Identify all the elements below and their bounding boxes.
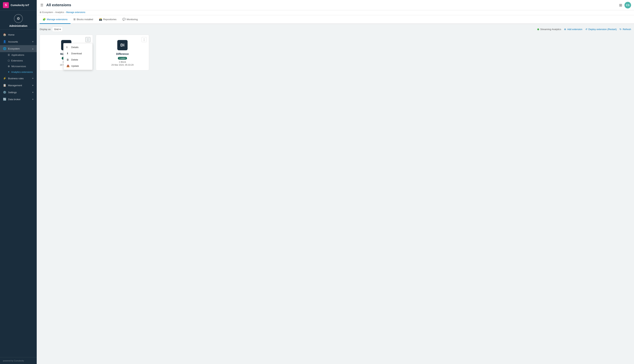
tab-monitoring[interactable]: 💬 Monitoring: [120, 15, 141, 24]
extension-card-difference[interactable]: ⋮ Di Difference Loaded 1 Block 29 Mar 20…: [96, 35, 149, 70]
sidebar-item-label: Home: [8, 34, 34, 36]
extensions-grid: ⋮ Ma MathOper Loaded 1 Block 19 Mar 2024…: [40, 35, 631, 70]
breadcrumb-link-analytics[interactable]: Analytics: [55, 11, 64, 14]
puzzle-icon: 🧩: [43, 18, 46, 21]
sidebar-sub-label: Analytics extensions: [11, 71, 33, 74]
info-icon: ℹ: [67, 46, 69, 48]
chevron-down-icon: ▼: [32, 98, 34, 100]
extension-badge-difference: Loaded: [118, 57, 127, 60]
refresh-icon: ↻: [619, 28, 621, 31]
context-menu-download[interactable]: ⬇ Download: [64, 50, 93, 56]
ecosystem-icon: 🌐: [3, 47, 6, 50]
analytics-icon: ✦: [8, 71, 10, 74]
tab-label: Blocks installed: [77, 18, 93, 21]
sidebar-sub-label: Extensions: [11, 59, 23, 62]
sidebar-nav: 🏠 Home 👤 Accounts ▼ 🌐 Ecosystem ▲ ☰ Appl…: [0, 30, 37, 357]
applications-icon: ☰: [8, 54, 10, 56]
sidebar-item-label: Business rules: [8, 77, 30, 80]
sidebar-item-accounts[interactable]: 👤 Accounts ▼: [0, 38, 37, 45]
status-label: Streaming Analytics: [540, 28, 561, 31]
deploy-icon: ↺: [585, 28, 587, 31]
breadcrumb-link-ecosystem[interactable]: Ecosystem: [42, 11, 53, 14]
display-select[interactable]: Grid ▾: [52, 27, 63, 32]
breadcrumb-icon: ⊞: [40, 11, 42, 14]
extension-date: 29 Mar 2024, 05:33:29: [111, 64, 134, 66]
context-menu-label: Download: [71, 52, 82, 55]
tab-manage-extensions[interactable]: 🧩 Manage extensions: [40, 15, 71, 24]
sidebar-item-home[interactable]: 🏠 Home: [0, 31, 37, 38]
grid-icon[interactable]: ⊞: [619, 3, 622, 7]
sidebar-item-applications[interactable]: ☰ Applications: [0, 52, 37, 58]
home-icon: 🏠: [3, 33, 6, 36]
repositories-icon: 🗃️: [99, 18, 102, 21]
ecosystem-subnav: ☰ Applications ⬡ Extensions ⚙ Microservi…: [0, 52, 37, 75]
settings-icon: ⚙️: [3, 91, 6, 94]
chevron-down-icon: ▼: [32, 84, 34, 86]
topbar: ☰ All extensions ⊞ CS: [37, 0, 634, 10]
monitoring-icon: 💬: [123, 18, 126, 21]
sidebar-item-data-broker[interactable]: 🔄 Data broker ▼: [0, 96, 37, 103]
sidebar-item-analytics-extensions[interactable]: ✦ Analytics extensions: [0, 69, 37, 75]
sidebar-admin-section: ⚙ Administration: [0, 10, 37, 30]
context-menu-delete[interactable]: 🗑 Delete: [64, 56, 93, 63]
card-menu-button-difference[interactable]: ⋮: [142, 37, 147, 42]
chevron-up-icon: ▲: [32, 48, 34, 50]
tab-label: Manage extensions: [47, 18, 68, 21]
sidebar-item-ecosystem[interactable]: 🌐 Ecosystem ▲: [0, 45, 37, 52]
block-count: 1 Block: [111, 61, 134, 63]
sidebar-item-business-rules[interactable]: ⚡ Business rules ▼: [0, 75, 37, 82]
breadcrumb: ⊞ Ecosystem › Analytics › Manage extensi…: [37, 10, 634, 15]
download-icon: ⬇: [67, 52, 69, 55]
tab-label: Repositories: [103, 18, 116, 21]
context-menu: ℹ Details ⬇ Download 🗑 Delete 📥 Update: [63, 43, 93, 70]
sidebar: S Cumulocity IoT ⚙ Administration 🏠 Home…: [0, 0, 37, 364]
data-broker-icon: 🔄: [3, 98, 6, 101]
status-indicator: Streaming Analytics: [537, 28, 561, 31]
sidebar-header: S Cumulocity IoT: [0, 0, 37, 10]
card-content: Di Difference Loaded 1 Block 29 Mar 2024…: [100, 38, 145, 66]
sidebar-item-extensions[interactable]: ⬡ Extensions: [0, 58, 37, 64]
topbar-actions: ⊞ CS: [619, 2, 631, 8]
tab-blocks-installed[interactable]: ⊞ Blocks installed: [71, 15, 96, 24]
extension-name-difference: Difference: [116, 52, 129, 56]
deploy-extension-button[interactable]: ↺ Deploy extension (Restart): [585, 28, 617, 31]
context-menu-update[interactable]: 📥 Update: [64, 63, 93, 69]
menu-toggle-icon[interactable]: ☰: [40, 2, 44, 8]
sidebar-footer: powered by Cumulocity: [0, 357, 37, 364]
page-title: All extensions: [46, 3, 617, 7]
toolbar-right: Streaming Analytics ⊕ Add extension ↺ De…: [537, 28, 631, 31]
extension-icon-difference: Di: [117, 40, 128, 50]
sidebar-item-label: Ecosystem: [8, 47, 30, 50]
blocks-icon: ⊞: [74, 18, 76, 21]
avatar[interactable]: CS: [624, 2, 631, 8]
sidebar-item-label: Settings: [8, 91, 30, 94]
sidebar-item-management[interactable]: 📋 Management ▼: [0, 82, 37, 89]
context-menu-label: Update: [71, 64, 79, 67]
tabbar: 🧩 Manage extensions ⊞ Blocks installed 🗃…: [37, 15, 634, 24]
content-toolbar: Display as Grid ▾ Streaming Analytics ⊕ …: [40, 27, 631, 32]
tab-repositories[interactable]: 🗃️ Repositories: [96, 15, 119, 24]
business-rules-icon: ⚡: [3, 77, 6, 80]
extensions-icon: ⬡: [8, 59, 10, 62]
display-value: Grid: [54, 28, 59, 31]
status-dot-icon: [537, 28, 539, 30]
context-menu-label: Delete: [71, 58, 78, 61]
sidebar-sub-label: Microservices: [12, 65, 26, 68]
card-menu-button-mathoper[interactable]: ⋮: [85, 37, 91, 42]
management-icon: 📋: [3, 84, 6, 87]
admin-gear-icon: ⚙: [14, 14, 23, 23]
extension-card-mathoper[interactable]: ⋮ Ma MathOper Loaded 1 Block 19 Mar 2024…: [40, 35, 93, 70]
context-menu-details[interactable]: ℹ Details: [64, 44, 93, 50]
add-extension-button[interactable]: ⊕ Add extension: [564, 28, 582, 31]
delete-icon: 🗑: [67, 58, 69, 61]
chevron-down-icon: ▾: [60, 28, 61, 31]
update-icon: 📥: [67, 64, 69, 67]
chevron-down-icon: ▼: [32, 41, 34, 43]
refresh-button[interactable]: ↻ Refresh: [619, 28, 631, 31]
sidebar-item-settings[interactable]: ⚙️ Settings ▼: [0, 89, 37, 96]
sidebar-item-label: Management: [8, 84, 30, 87]
sidebar-item-label: Data broker: [8, 98, 30, 101]
sidebar-item-microservices[interactable]: ⚙ Microservices: [0, 64, 37, 69]
app-brand: Cumulocity IoT: [11, 4, 29, 6]
microservices-icon: ⚙: [8, 65, 10, 68]
